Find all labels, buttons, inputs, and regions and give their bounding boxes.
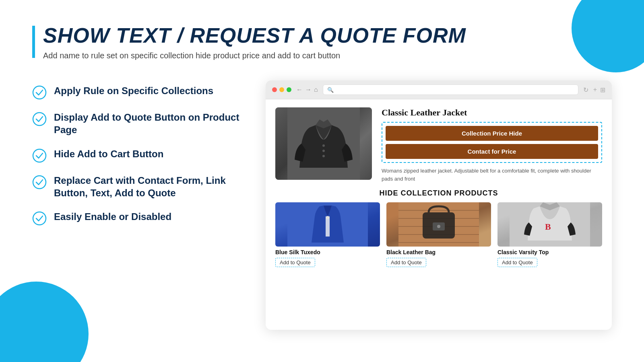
feature-text-1: Apply Rule on Specific Collections (54, 84, 213, 97)
svg-point-2 (33, 149, 46, 162)
svg-point-8 (322, 155, 325, 157)
collection-item-name-0: Blue Silk Tuxedo (275, 249, 380, 255)
browser-address-bar[interactable]: 🔍 (323, 84, 578, 95)
collection-item-2: B Classic Varsity Top Add to Quote (497, 202, 602, 267)
feature-item-2: Display Add to Quote Button on Product P… (32, 111, 242, 136)
search-icon: 🔍 (327, 87, 334, 93)
main-body: Apply Rule on Specific Collections Displ… (32, 80, 612, 346)
browser-new-tab-button[interactable]: + (593, 86, 597, 94)
browser-dot-green[interactable] (287, 87, 291, 92)
header-text-block: SHOW TEXT / REQUEST A QUOTE FORM Add nam… (43, 24, 466, 60)
features-list: Apply Rule on Specific Collections Displ… (32, 80, 242, 346)
feature-item-4: Replace Cart with Contact Form, Link But… (32, 174, 242, 199)
browser-nav: ← → ⌂ (296, 86, 318, 93)
collection-grid: Blue Silk Tuxedo Add to Quote (275, 202, 602, 267)
price-buttons-box: Collection Price Hide Contact for Price (382, 122, 602, 163)
browser-home-button[interactable]: ⌂ (314, 86, 318, 93)
collection-item-1: Black Leather Bag Add to Quote (386, 202, 491, 267)
page-title: SHOW TEXT / REQUEST A QUOTE FORM (43, 24, 466, 47)
svg-point-21 (437, 225, 440, 228)
product-details: Classic Leather Jacket Collection Price … (382, 107, 602, 183)
collection-title: HIDE COLLECTION PRODUCTS (275, 189, 602, 197)
svg-rect-10 (326, 216, 330, 237)
product-description: Womans zipped leather jacket. Adjustable… (382, 167, 602, 183)
collection-item-0: Blue Silk Tuxedo Add to Quote (275, 202, 380, 267)
checkmark-icon-5 (32, 211, 47, 226)
svg-text:B: B (545, 222, 551, 232)
feature-item-3: Hide Add to Cart Button (32, 148, 242, 163)
add-to-quote-button-1[interactable]: Add to Quote (386, 258, 426, 267)
browser-forward-button[interactable]: → (305, 86, 312, 93)
collection-section: HIDE COLLECTION PRODUCTS (275, 189, 602, 267)
browser-dots (272, 87, 291, 92)
header-accent-bar (32, 26, 35, 58)
feature-item-5: Easily Enable or Disabled (32, 210, 242, 226)
product-section: Classic Leather Jacket Collection Price … (275, 107, 602, 183)
page-subtitle: Add name to rule set on specific collect… (43, 51, 466, 60)
header-section: SHOW TEXT / REQUEST A QUOTE FORM Add nam… (32, 24, 612, 60)
svg-point-0 (33, 86, 46, 99)
browser-tabs-button[interactable]: ⊞ (600, 86, 605, 94)
svg-point-6 (322, 144, 325, 147)
browser-dot-yellow[interactable] (279, 87, 284, 92)
checkmark-icon-1 (32, 85, 47, 100)
checkmark-icon-3 (32, 148, 47, 163)
feature-text-4: Replace Cart with Contact Form, Link But… (54, 174, 242, 199)
product-title: Classic Leather Jacket (382, 107, 602, 118)
jacket-image (275, 107, 372, 180)
browser-content: Classic Leather Jacket Collection Price … (266, 99, 612, 330)
feature-item-1: Apply Rule on Specific Collections (32, 84, 242, 100)
feature-text-3: Hide Add to Cart Button (54, 148, 163, 160)
checkmark-icon-4 (32, 175, 47, 189)
product-image (275, 107, 372, 180)
feature-text-2: Display Add to Quote Button on Product P… (54, 111, 242, 136)
collection-img-tuxedo (275, 202, 380, 247)
collection-img-varsity: B (497, 202, 602, 247)
browser-dot-red[interactable] (272, 87, 277, 92)
collection-img-bag (386, 202, 491, 247)
contact-for-price-button[interactable]: Contact for Price (386, 144, 598, 159)
svg-point-1 (33, 113, 46, 125)
checkmark-icon-2 (32, 112, 47, 126)
add-to-quote-button-0[interactable]: Add to Quote (275, 258, 315, 267)
browser-back-button[interactable]: ← (296, 86, 303, 93)
browser-actions: + ⊞ (593, 86, 605, 94)
collection-item-name-1: Black Leather Bag (386, 249, 491, 255)
add-to-quote-button-2[interactable]: Add to Quote (497, 258, 537, 267)
browser-reload-button[interactable]: ↻ (583, 86, 588, 94)
browser-toolbar: ← → ⌂ 🔍 ↻ + ⊞ (266, 80, 612, 99)
svg-point-11 (326, 216, 329, 219)
svg-point-3 (33, 176, 46, 189)
feature-text-5: Easily Enable or Disabled (54, 210, 171, 223)
svg-point-7 (322, 150, 325, 152)
svg-point-4 (33, 212, 46, 225)
collection-price-hide-button[interactable]: Collection Price Hide (386, 126, 598, 141)
collection-item-name-2: Classic Varsity Top (497, 249, 602, 255)
browser-mockup: ← → ⌂ 🔍 ↻ + ⊞ (266, 80, 612, 330)
